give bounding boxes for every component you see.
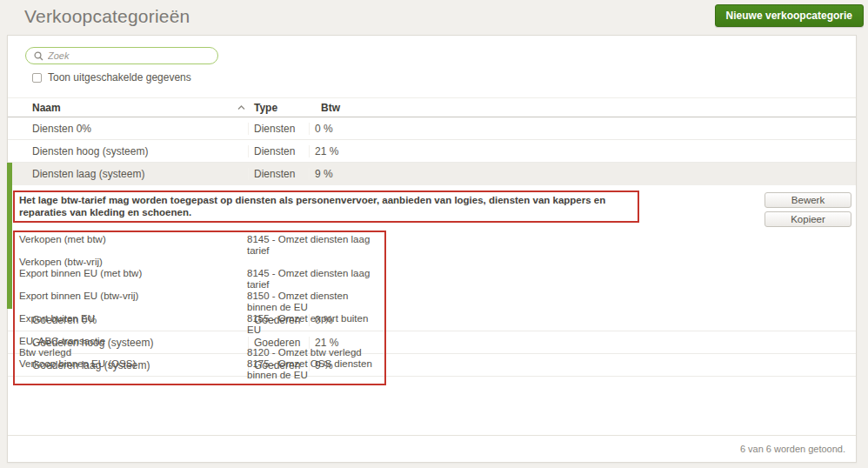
low-vat-notice: Het lage btw-tarief mag worden toegepast… <box>13 191 639 223</box>
column-header-naam[interactable]: Naam <box>32 102 254 114</box>
cell-type: Diensten <box>248 168 315 180</box>
cell-type: Diensten <box>248 145 315 157</box>
ledger-value <box>247 257 379 268</box>
search-box[interactable] <box>25 47 218 64</box>
cell-btw: 9 % <box>309 168 838 180</box>
cell-btw: 21 % <box>309 337 838 349</box>
new-sales-category-button[interactable]: Nieuwe verkoopcategorie <box>715 4 864 27</box>
copy-button[interactable]: Kopieer <box>765 211 851 227</box>
detail-actions: Bewerk Kopieer <box>765 192 851 227</box>
ledger-row: Export buiten EU 8155 - Omzet export bui… <box>19 313 379 336</box>
selected-category-block: Diensten laag (systeem) Diensten 9 % Het… <box>8 163 856 309</box>
ledger-value <box>247 336 379 347</box>
ledger-row: Verkopen (btw-vrij) <box>19 257 379 268</box>
row-count-text: 6 van 6 worden getoond. <box>740 444 845 454</box>
ledger-label: Verkopen (met btw) <box>19 234 247 257</box>
cell-naam: Diensten laag (systeem) <box>32 168 254 180</box>
cell-naam: Diensten 0% <box>32 123 254 135</box>
ledger-label: Export binnen EU (btw-vrij) <box>19 291 247 313</box>
ledger-label: Export binnen EU (met btw) <box>19 268 247 291</box>
cell-type: Diensten <box>248 123 315 135</box>
ledger-row: Export binnen EU (btw-vrij) 8150 - Omzet… <box>19 291 379 313</box>
ledger-row: EU, ABC-transactie <box>19 336 379 347</box>
ledger-value: 8150 - Omzet diensten binnen de EU <box>247 291 379 313</box>
show-disabled-toggle[interactable]: Toon uitgeschakelde gegevens <box>32 71 856 84</box>
ledger-row: Btw verlegd 8120 - Omzet btw verlegd <box>19 347 379 358</box>
column-header-type[interactable]: Type <box>254 102 321 114</box>
ledger-value: 8120 - Omzet btw verlegd <box>247 347 379 358</box>
ledger-value: 8145 - Omzet diensten laag tarief <box>247 234 379 257</box>
ledger-row: Export binnen EU (met btw) 8145 - Omzet … <box>19 268 379 291</box>
ledger-value: 8175 - Omzet OSS diensten binnen de EU <box>247 358 379 381</box>
page-title: Verkoopcategorieën <box>24 6 190 27</box>
sort-asc-icon <box>237 105 245 110</box>
show-disabled-label: Toon uitgeschakelde gegevens <box>48 71 191 84</box>
edit-button[interactable]: Bewerk <box>765 192 851 208</box>
cell-naam: Diensten hoog (systeem) <box>32 145 254 157</box>
table-footer: 6 van 6 worden getoond. <box>8 435 856 462</box>
table-row[interactable]: Diensten 0% Diensten 0 % <box>8 117 856 140</box>
ledger-value: 8145 - Omzet diensten laag tarief <box>247 268 379 291</box>
column-header-naam-label: Naam <box>32 102 61 114</box>
show-disabled-checkbox[interactable] <box>32 73 42 83</box>
search-input[interactable] <box>48 50 210 61</box>
ledger-mapping-box: Verkopen (met btw) 8145 - Omzet diensten… <box>13 231 386 385</box>
cell-btw: 21 % <box>309 145 838 157</box>
table-row[interactable]: Diensten hoog (systeem) Diensten 21 % <box>8 140 856 163</box>
cell-btw: 9 % <box>309 359 838 371</box>
ledger-label: Btw verlegd <box>19 347 247 358</box>
table-row-selected[interactable]: Diensten laag (systeem) Diensten 9 % <box>8 163 856 185</box>
ledger-label: Verkopen (btw-vrij) <box>19 257 247 268</box>
ledger-value: 8155 - Omzet export buiten EU <box>247 313 379 336</box>
ledger-label: EU, ABC-transactie <box>19 336 247 347</box>
ledger-row: Verkoop binnen EU (OSS) 8175 - Omzet OSS… <box>19 358 379 381</box>
cell-btw: 0 % <box>309 123 838 135</box>
ledger-row: Verkopen (met btw) 8145 - Omzet diensten… <box>19 234 379 257</box>
search-icon <box>34 51 43 61</box>
category-detail-panel: Het lage btw-tarief mag worden toegepast… <box>8 185 856 309</box>
content-card: Toon uitgeschakelde gegevens Naam Type B… <box>7 35 857 463</box>
column-header-btw[interactable]: Btw <box>321 102 838 114</box>
ledger-label: Export buiten EU <box>19 313 247 336</box>
cell-btw: 0 % <box>309 314 838 326</box>
ledger-label: Verkoop binnen EU (OSS) <box>19 358 247 381</box>
table-header: Naam Type Btw <box>8 97 856 117</box>
